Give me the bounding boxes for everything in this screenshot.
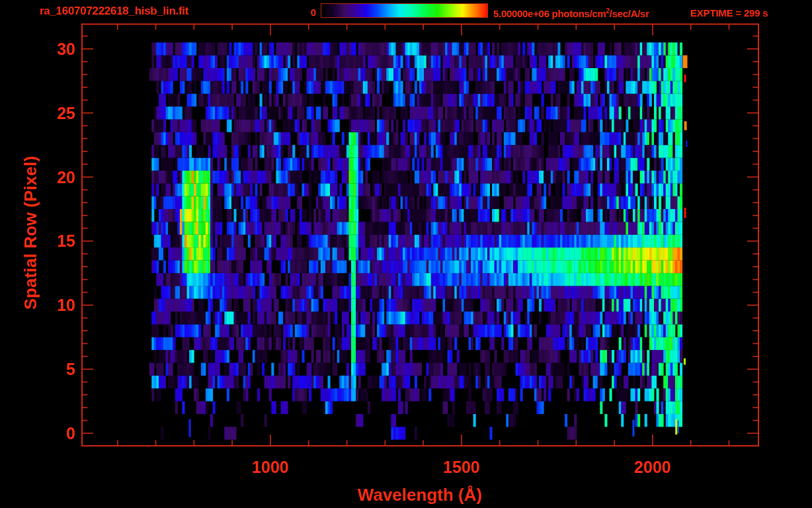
colorbar-max-label: 5.00000e+06 photons/cm2/sec/A/sr	[493, 7, 649, 19]
file-title: ra_160707222618_hisb_lin.fit	[40, 5, 188, 18]
y-tick-label: 30	[19, 40, 75, 58]
x-tick-label: 1000	[231, 458, 310, 477]
y-tick-label: 0	[19, 425, 75, 442]
x-tick-label: 2000	[613, 458, 692, 477]
spectral-heatmap-canvas	[0, 0, 812, 508]
colorbar-min-label: 0	[299, 7, 316, 18]
colorbar	[321, 3, 488, 18]
colorbar-units-post: /sec/A/sr	[610, 8, 649, 19]
colorbar-units-pre: photons/cm	[549, 8, 606, 19]
x-axis-title: Wavelength (Å)	[288, 485, 552, 505]
colorbar-max-value: 5.00000e+06	[493, 8, 549, 19]
spectral-image-viewer: ra_160707222618_hisb_lin.fit 0 5.00000e+…	[0, 0, 812, 508]
y-axis-title: Spatial Row (Pixel)	[20, 156, 41, 310]
x-tick-label: 1500	[422, 458, 501, 477]
y-tick-label: 5	[19, 360, 75, 378]
y-tick-label: 25	[19, 105, 75, 122]
exptime-label: EXPTIME = 299 s	[690, 7, 768, 19]
